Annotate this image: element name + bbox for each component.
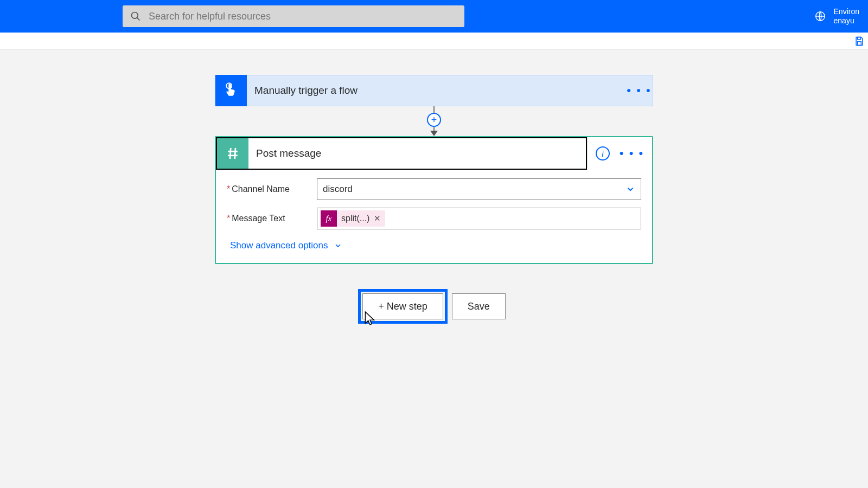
ellipsis-icon: • • • xyxy=(627,84,651,98)
slack-icon xyxy=(217,138,248,169)
expression-token-text: split(...) xyxy=(341,214,369,223)
svg-line-1 xyxy=(137,18,140,21)
app-header: Environ enayu xyxy=(0,0,868,33)
message-text-label: *Message Text xyxy=(227,214,317,223)
action-side-controls: i • • • xyxy=(587,137,652,170)
action-card: Post message i • • • *Channel Name disco… xyxy=(215,136,653,264)
action-menu-button[interactable]: • • • xyxy=(620,146,644,160)
search-input[interactable] xyxy=(149,11,457,22)
fx-icon: fx xyxy=(321,210,337,227)
svg-line-8 xyxy=(230,148,231,159)
action-header-main[interactable]: Post message xyxy=(216,137,587,170)
hash-icon xyxy=(225,145,241,162)
channel-name-label: *Channel Name xyxy=(227,184,317,194)
info-button[interactable]: i xyxy=(596,146,610,160)
svg-rect-3 xyxy=(858,37,861,39)
new-step-button[interactable]: + New step xyxy=(362,293,443,319)
add-action-button[interactable]: + xyxy=(427,113,441,127)
connector-line xyxy=(433,106,435,113)
channel-name-row: *Channel Name discord xyxy=(227,178,641,200)
connector-arrow-icon xyxy=(430,131,438,136)
action-header[interactable]: Post message i • • • xyxy=(216,137,652,170)
svg-point-0 xyxy=(132,12,138,19)
svg-rect-4 xyxy=(858,41,861,45)
chevron-down-icon xyxy=(334,241,342,250)
touch-icon xyxy=(223,82,239,99)
trigger-menu-button[interactable]: • • • xyxy=(626,84,653,98)
header-right: Environ enayu xyxy=(814,7,859,25)
env-line2: enayu xyxy=(834,16,859,25)
save-icon[interactable] xyxy=(854,36,865,47)
token-remove-button[interactable]: ✕ xyxy=(374,214,381,223)
trigger-card[interactable]: Manually trigger a flow • • • xyxy=(215,75,653,106)
channel-name-value: discord xyxy=(323,184,353,195)
chevron-down-icon xyxy=(626,184,635,194)
action-body: *Channel Name discord *Message Text fx s… xyxy=(216,170,652,263)
trigger-icon xyxy=(215,75,247,106)
channel-name-dropdown[interactable]: discord xyxy=(317,178,641,200)
search-box[interactable] xyxy=(123,5,464,27)
command-bar xyxy=(0,33,868,50)
expression-token[interactable]: fx split(...) ✕ xyxy=(321,210,385,227)
advanced-options-toggle[interactable]: Show advanced options xyxy=(227,237,641,259)
environment-label: Environ enayu xyxy=(834,7,859,25)
env-line1: Environ xyxy=(834,7,859,16)
search-icon xyxy=(130,11,141,22)
save-button[interactable]: Save xyxy=(452,293,506,319)
message-text-input[interactable]: fx split(...) ✕ xyxy=(317,208,641,229)
globe-icon[interactable] xyxy=(814,10,826,22)
action-title: Post message xyxy=(248,147,586,159)
connector: + xyxy=(427,106,441,136)
ellipsis-icon: • • • xyxy=(620,146,644,160)
info-icon: i xyxy=(602,149,603,158)
svg-line-9 xyxy=(235,148,235,159)
flow-canvas: Manually trigger a flow • • • + Post mes… xyxy=(0,50,868,319)
message-text-row: *Message Text fx split(...) ✕ xyxy=(227,208,641,229)
trigger-title: Manually trigger a flow xyxy=(247,85,626,97)
advanced-options-label: Show advanced options xyxy=(230,240,328,251)
button-row: + New step Save xyxy=(362,293,506,319)
